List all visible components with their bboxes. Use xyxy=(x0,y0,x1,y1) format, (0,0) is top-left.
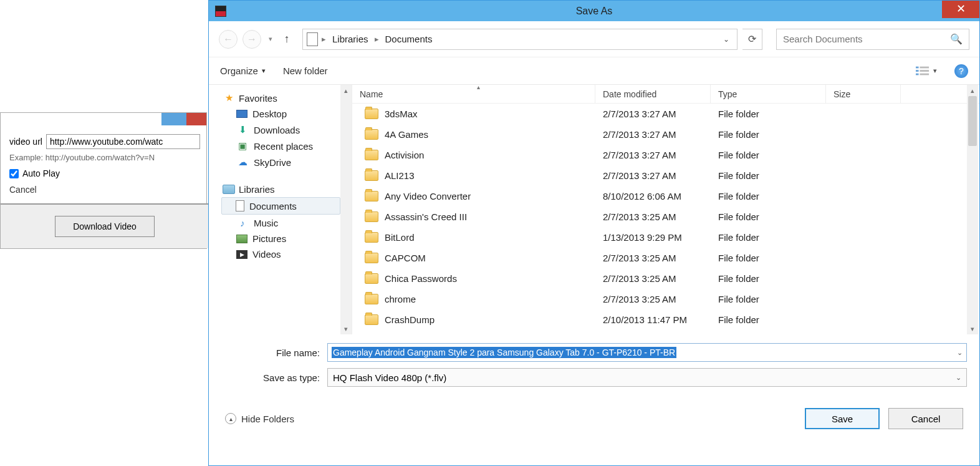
file-row[interactable]: Any Video Converter8/10/2012 6:06 AMFile… xyxy=(352,186,979,206)
nav-skydrive[interactable]: ☁SkyDrive xyxy=(209,154,352,170)
saveastype-value: HQ Flash Video 480p (*.flv) xyxy=(333,372,446,383)
file-name: Chica Passwords xyxy=(385,273,457,284)
download-video-button[interactable]: Download Video xyxy=(55,216,155,237)
file-name: 4A Games xyxy=(385,129,428,140)
filename-input[interactable]: Gameplay Android Gangnam Style 2 para Sa… xyxy=(327,343,967,362)
breadcrumb-libraries[interactable]: Libraries xyxy=(330,32,371,46)
file-type: File folder xyxy=(711,191,826,201)
bg-min-button[interactable] xyxy=(161,113,186,125)
address-dropdown-icon[interactable]: ⌄ xyxy=(719,35,733,44)
file-date: 8/10/2012 6:06 AM xyxy=(595,191,711,201)
col-date[interactable]: Date modified xyxy=(595,85,711,103)
video-url-input[interactable] xyxy=(46,134,200,149)
scroll-up-icon[interactable]: ▴ xyxy=(967,85,978,96)
search-input[interactable] xyxy=(783,34,950,44)
saveastype-select[interactable]: HQ Flash Video 480p (*.flv) ⌄ xyxy=(327,368,967,387)
refresh-button[interactable]: ⟳ xyxy=(742,29,762,50)
new-folder-button[interactable]: New folder xyxy=(283,66,328,76)
svg-rect-3 xyxy=(920,70,929,72)
close-button[interactable]: ✕ xyxy=(942,1,979,18)
save-as-dialog: Save As ✕ ← → ▾ ↑ ▸ Libraries ▸ Document… xyxy=(208,0,980,466)
file-row[interactable]: Chica Passwords2/7/2013 3:25 AMFile fold… xyxy=(352,268,979,289)
folder-icon xyxy=(365,109,378,119)
file-row[interactable]: chrome2/7/2013 3:25 AMFile folder xyxy=(352,289,979,309)
file-type: File folder xyxy=(711,170,826,181)
breadcrumb-documents[interactable]: Documents xyxy=(383,32,435,46)
folder-icon xyxy=(365,253,378,263)
file-row[interactable]: Activision2/7/2013 3:27 AMFile folder xyxy=(352,145,979,165)
autoplay-label: Auto Play xyxy=(22,168,60,178)
file-date: 1/13/2013 9:29 PM xyxy=(595,232,711,243)
file-date: 2/7/2013 3:27 AM xyxy=(595,170,711,181)
nav-pictures[interactable]: Pictures xyxy=(209,231,352,246)
hide-folders-toggle[interactable]: ▴ Hide Folders xyxy=(225,413,294,424)
videos-icon: ▶ xyxy=(236,250,247,259)
navigation-pane: ★Favorites Desktop ⬇Downloads ▣Recent pl… xyxy=(209,85,352,334)
bg-close-button[interactable] xyxy=(186,113,206,125)
bg-cancel-link[interactable]: Cancel xyxy=(9,185,200,195)
cloud-icon: ☁ xyxy=(236,157,249,168)
scroll-down-icon[interactable]: ▾ xyxy=(967,323,978,334)
file-name: 3dsMax xyxy=(385,109,418,119)
file-row[interactable]: Assassin's Creed III2/7/2013 3:25 AMFile… xyxy=(352,206,979,227)
file-name: Any Video Converter xyxy=(385,191,471,201)
back-button[interactable]: ← xyxy=(219,30,238,49)
nav-music[interactable]: ♪Music xyxy=(209,215,352,231)
file-type: File folder xyxy=(711,232,826,243)
scroll-up-icon[interactable]: ▴ xyxy=(340,85,352,96)
organize-menu[interactable]: Organize ▾ xyxy=(220,66,266,76)
history-dropdown-icon[interactable]: ▾ xyxy=(269,35,272,43)
help-button[interactable]: ? xyxy=(954,64,968,78)
nav-recent[interactable]: ▣Recent places xyxy=(209,138,352,154)
file-date: 2/10/2013 11:47 PM xyxy=(595,314,711,325)
search-box[interactable]: 🔍 xyxy=(776,29,969,50)
chevron-right-icon[interactable]: ▸ xyxy=(320,34,327,44)
chevron-down-icon: ▾ xyxy=(933,67,937,75)
folder-icon xyxy=(365,129,378,140)
nav-desktop[interactable]: Desktop xyxy=(209,106,352,122)
view-mode-button[interactable]: ▾ xyxy=(916,66,937,77)
sort-indicator-icon: ▴ xyxy=(477,84,480,90)
file-row[interactable]: ALI2132/7/2013 3:27 AMFile folder xyxy=(352,165,979,186)
nav-scrollbar[interactable]: ▴ ▾ xyxy=(340,85,352,334)
col-type[interactable]: Type xyxy=(711,85,826,103)
saveastype-dropdown-icon[interactable]: ⌄ xyxy=(956,374,961,382)
scroll-down-icon[interactable]: ▾ xyxy=(340,323,352,334)
svg-rect-4 xyxy=(916,73,919,75)
scroll-thumb[interactable] xyxy=(968,96,977,146)
file-type: File folder xyxy=(711,253,826,263)
chevron-right-icon[interactable]: ▸ xyxy=(373,34,380,44)
address-bar[interactable]: ▸ Libraries ▸ Documents ⌄ xyxy=(302,29,737,50)
file-scrollbar[interactable]: ▴ ▾ xyxy=(967,85,978,334)
filename-dropdown-icon[interactable]: ⌄ xyxy=(957,349,963,357)
save-button[interactable]: Save xyxy=(805,408,880,429)
file-name: CAPCOM xyxy=(385,253,426,263)
file-row[interactable]: CrashDump2/10/2013 11:47 PMFile folder xyxy=(352,309,979,330)
col-name[interactable]: Name xyxy=(352,85,595,103)
command-bar: Organize ▾ New folder ▾ ? xyxy=(209,57,979,85)
file-date: 2/7/2013 3:25 AM xyxy=(595,294,711,304)
file-type: File folder xyxy=(711,273,826,284)
file-row[interactable]: 3dsMax2/7/2013 3:27 AMFile folder xyxy=(352,104,979,124)
up-button[interactable]: ↑ xyxy=(280,31,294,47)
search-icon: 🔍 xyxy=(950,33,963,45)
document-icon xyxy=(236,200,244,211)
file-row[interactable]: 4A Games2/7/2013 3:27 AMFile folder xyxy=(352,124,979,145)
nav-toolbar: ← → ▾ ↑ ▸ Libraries ▸ Documents ⌄ ⟳ 🔍 xyxy=(209,21,979,57)
libraries-header[interactable]: Libraries xyxy=(209,182,352,197)
forward-button[interactable]: → xyxy=(243,30,261,49)
file-row[interactable]: CAPCOM2/7/2013 3:25 AMFile folder xyxy=(352,248,979,268)
cancel-button[interactable]: Cancel xyxy=(888,408,963,429)
folder-icon xyxy=(365,211,378,222)
folder-icon xyxy=(365,191,378,201)
file-row[interactable]: BitLord1/13/2013 9:29 PMFile folder xyxy=(352,227,979,248)
nav-videos[interactable]: ▶Videos xyxy=(209,246,352,262)
col-size[interactable]: Size xyxy=(826,85,901,103)
nav-documents[interactable]: Documents xyxy=(221,197,340,215)
background-app-window: video url Example: http://youtube.com/wa… xyxy=(0,112,207,249)
autoplay-checkbox[interactable] xyxy=(9,169,19,178)
favorites-header[interactable]: ★Favorites xyxy=(209,90,352,106)
filename-value: Gameplay Android Gangnam Style 2 para Sa… xyxy=(332,347,676,358)
file-name: Activision xyxy=(385,150,424,160)
nav-downloads[interactable]: ⬇Downloads xyxy=(209,122,352,138)
